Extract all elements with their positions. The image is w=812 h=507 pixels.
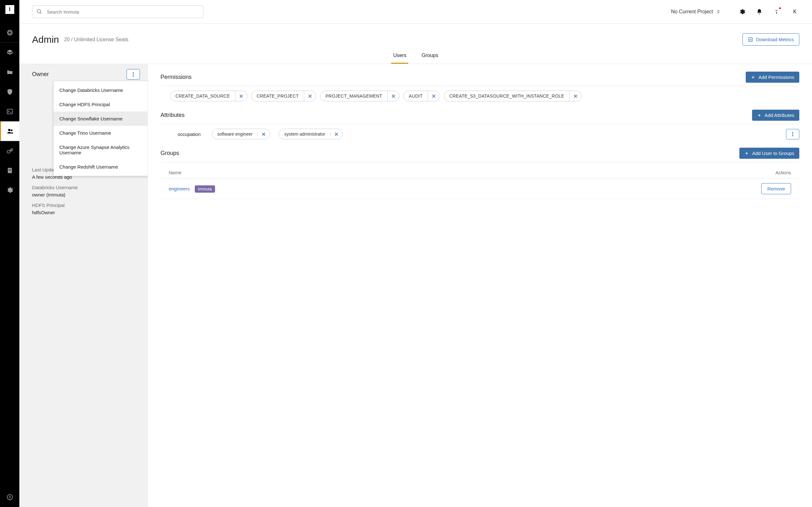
bell-icon [756,9,763,15]
remove-permission-button[interactable] [427,91,440,101]
add-permissions-label: Add Permissions [758,74,794,80]
settings-button[interactable] [739,9,745,15]
chip-label: PROJECT_MANAGEMENT [320,91,387,101]
svg-point-9 [133,74,134,75]
svg-rect-1 [7,109,12,114]
gear-icon [6,187,13,193]
remove-permission-button[interactable] [569,91,581,101]
kebab-icon [133,72,134,77]
svg-point-12 [792,133,793,135]
nav-layers[interactable] [0,43,19,62]
close-icon [335,132,338,136]
col-actions: Actions [775,170,791,175]
databricks-label: Databricks Username [32,185,135,190]
owner-actions-menu: Change Databricks Username Change HDFS P… [54,81,148,176]
remote-button[interactable] [773,9,780,15]
terminal-icon [6,108,13,115]
page-title: Admin [32,34,59,45]
folder-icon [6,69,13,76]
close-icon [308,95,312,98]
menu-change-synapse[interactable]: Change Azure Synapse Analytics Username [54,140,148,160]
add-user-to-groups-label: Add User to Groups [752,151,794,156]
nav-collapse[interactable] [0,487,19,507]
owner-actions-menu-button[interactable] [126,69,140,79]
menu-change-hdfs[interactable]: Change HDFS Principal [54,97,148,112]
main-content: Permissions Add Permissions CREATE_DATA_… [148,64,812,507]
menu-change-snowflake[interactable]: Change Snowflake Username [54,112,148,126]
notifications-button[interactable] [756,9,763,15]
app-logo: I [5,5,14,14]
nav-terminal[interactable] [0,102,19,121]
search-input[interactable] [32,5,203,18]
kebab-icon [792,132,793,136]
menu-change-redshift[interactable]: Change Redshift Username [54,160,148,174]
col-name: Name [169,170,182,175]
left-nav-rail: I [0,0,19,507]
chip-label: CREATE_S3_DATASOURCE_WITH_INSTANCE_ROLE [444,91,569,101]
gear-icon [739,9,745,15]
close-icon [574,95,577,98]
bar-chart-icon [748,37,753,42]
attribute-actions-button[interactable] [786,129,799,139]
attribute-key: occupation [177,131,203,137]
remove-permission-button[interactable] [387,91,399,101]
close-icon [392,95,395,98]
remote-icon [773,9,780,15]
groups-table-row: engineers Immuta Remove [160,179,799,199]
nav-add[interactable] [0,23,19,43]
shield-icon [6,89,13,95]
groups-title: Groups [160,150,179,157]
remove-group-button[interactable]: Remove [761,183,791,194]
nav-shield[interactable] [0,82,19,102]
nav-folder[interactable] [0,62,19,82]
nav-keys[interactable] [0,141,19,161]
page-header: Admin 20 / Unlimited License Seats Downl… [19,24,812,49]
attribute-chip: system administrator [279,129,343,139]
project-selector[interactable]: No Current Project [671,9,721,14]
nav-doc[interactable] [0,161,19,180]
project-selector-label: No Current Project [671,9,713,14]
hdfs-label: HDFS Principal [32,203,135,208]
tab-users[interactable]: Users [391,49,408,64]
people-icon [7,128,14,135]
menu-change-trino[interactable]: Change Trino Username [54,126,148,140]
remove-permission-button[interactable] [235,91,247,101]
download-metrics-button[interactable]: Download Metrics [743,33,799,46]
group-link[interactable]: engineers [169,186,190,191]
groups-section: Groups Add User to Groups Name Actions e… [160,148,799,199]
license-subtitle: 20 / Unlimited License Seats [64,37,129,43]
add-user-to-groups-button[interactable]: Add User to Groups [740,148,799,159]
svg-point-2 [8,129,10,131]
plus-icon [751,75,755,79]
remove-attribute-button[interactable] [258,132,270,136]
svg-point-13 [792,135,793,136]
permission-chip: CREATE_DATA_SOURCE [170,91,247,101]
arrow-circle-icon [6,494,13,501]
plus-circle-icon [6,29,13,36]
chip-label: CREATE_DATA_SOURCE [170,91,235,101]
add-permissions-button[interactable]: Add Permissions [746,72,799,83]
plus-icon [745,151,749,156]
groups-table-head: Name Actions [160,167,799,179]
layers-icon [6,49,13,56]
user-avatar[interactable]: K [791,7,799,16]
svg-point-3 [11,130,13,131]
permissions-section: Permissions Add Permissions CREATE_DATA_… [160,72,799,101]
search-container [32,5,203,18]
nav-admin[interactable] [0,121,19,141]
key-icon [6,147,13,154]
body: Owner Change Databricks Username Change … [19,64,812,507]
menu-change-databricks[interactable]: Change Databricks Username [54,83,148,97]
remove-attribute-button[interactable] [330,132,342,136]
nav-settings[interactable] [0,180,19,200]
permission-chip: AUDIT [403,91,440,101]
add-attributes-button[interactable]: Add Attributes [752,110,799,121]
tab-groups[interactable]: Groups [420,49,440,64]
owner-sidepanel: Owner Change Databricks Username Change … [19,64,148,507]
add-attributes-label: Add Attributes [765,112,794,118]
remove-permission-button[interactable] [304,91,316,101]
permissions-title: Permissions [160,74,192,80]
svg-point-10 [133,75,134,77]
document-icon [6,167,13,174]
chip-label: CREATE_PROJECT [252,91,304,101]
